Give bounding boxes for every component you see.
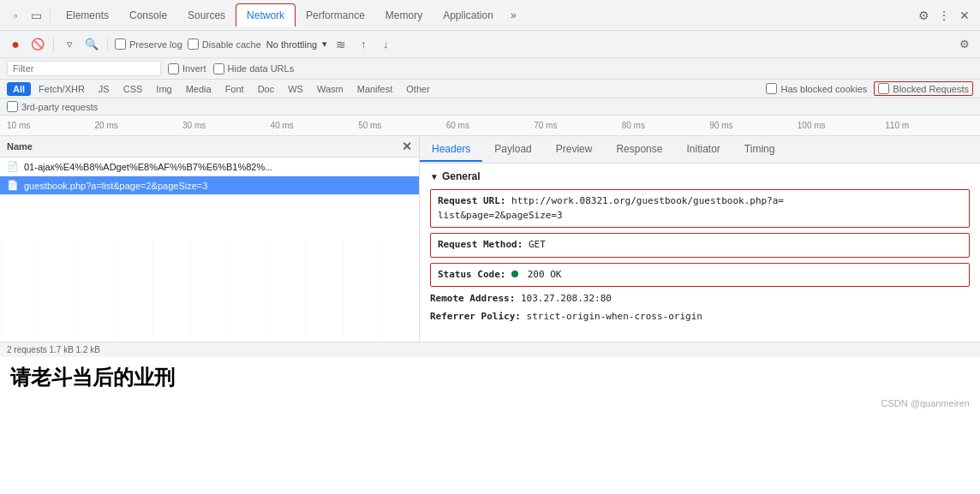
requests-list: 📄 01-ajax%E4%B8%ADget%E8%AF%%B7%E6%B1%82… [0,158,419,239]
tab-memory[interactable]: Memory [375,4,433,27]
filter-toggle[interactable]: ▿ [61,36,78,53]
close-panel-button[interactable]: ✕ [402,140,412,153]
invert-label[interactable]: Invert [168,63,206,74]
filter-type-css[interactable]: CSS [117,82,149,96]
tab-timing[interactable]: Timing [732,138,787,162]
clear-button[interactable]: 🚫 [29,36,46,53]
tab-application[interactable]: Application [433,4,504,27]
tab-console[interactable]: Console [119,4,177,27]
divider [50,9,51,22]
third-party-row: 3rd-party requests [0,98,980,116]
tab-payload[interactable]: Payload [482,138,543,162]
search-button[interactable]: 🔍 [83,36,100,53]
bottom-bar: 2 requests 1.7 kB 1.2 kB [0,342,980,357]
bottom-bar-text: 2 requests 1.7 kB 1.2 kB [7,345,100,354]
request-row-0[interactable]: 📄 01-ajax%E4%B8%ADget%E8%AF%%B7%E6%B1%82… [0,158,419,176]
status-dot [511,271,518,277]
csdn-watermark: CSDN @quanmeiren [0,398,980,408]
filter-type-media[interactable]: Media [180,82,218,96]
page-wrapper: ◦ ▭ Elements Console Sources Network Per… [0,0,980,408]
third-party-checkbox[interactable] [7,101,18,112]
tab-sources[interactable]: Sources [177,4,236,27]
filter-type-font[interactable]: Font [219,82,250,96]
filter-type-manifest[interactable]: Manifest [351,82,399,96]
referrer-policy-row: Referrer Policy: strict-origin-when-cros… [430,310,970,324]
has-blocked-cookies-checkbox[interactable] [766,83,777,94]
tab-initiator[interactable]: Initiator [674,138,732,162]
devtools-topbar: ◦ ▭ Elements Console Sources Network Per… [0,0,980,31]
timeline-ruler: 10 ms 20 ms 30 ms 40 ms 50 ms 60 ms 70 m… [0,116,980,136]
request-method-field: Request Method: GET [430,233,970,258]
preserve-log-label[interactable]: Preserve log [115,39,182,50]
has-blocked-cookies-label[interactable]: Has blocked cookies [766,83,867,94]
cursor-icon[interactable]: ◦ [7,7,24,24]
throttling-dropdown-icon[interactable]: ▾ [322,39,327,50]
record-button[interactable]: ● [7,36,24,53]
status-code-label: Status Code: [438,269,505,280]
blocked-requests-checkbox[interactable] [878,83,889,94]
more-options-icon[interactable]: ⋮ [935,7,953,24]
tab-network[interactable]: Network [236,3,296,27]
filter-type-other[interactable]: Other [400,82,436,96]
download-icon[interactable]: ↓ [377,36,394,53]
filter-type-doc[interactable]: Doc [252,82,281,96]
divider [107,38,108,51]
ruler-mark-7: 80 ms [622,121,710,130]
throttling-label: No throttling [266,39,317,50]
filter-type-img[interactable]: Img [150,82,177,96]
request-url-label: Request URL: [438,195,505,206]
filter-type-all[interactable]: All [7,82,31,96]
divider [53,38,54,51]
status-code-field: Status Code: 200 OK [430,263,970,288]
wifi-icon[interactable]: ≋ [332,36,350,53]
tab-elements[interactable]: Elements [56,4,119,27]
main-content: Name ✕ 📄 01-ajax%E4%B8%ADget%E8%AF%%B7%E… [0,136,980,342]
request-method-label: Request Method: [438,239,523,250]
general-section-title: General [430,170,970,182]
filter-type-fetch-xhr[interactable]: Fetch/XHR [33,82,91,96]
hide-data-urls-label[interactable]: Hide data URLs [213,63,295,74]
waterfall-area [0,239,419,342]
referrer-policy-value: strict-origin-when-cross-origin [527,311,702,322]
hide-data-urls-checkbox[interactable] [213,63,224,74]
filter-type-wasm[interactable]: Wasm [311,82,350,96]
upload-icon[interactable]: ↑ [355,36,372,53]
ruler-mark-9: 100 ms [798,121,886,130]
ruler-mark-8: 90 ms [709,121,798,130]
filter-input[interactable] [13,63,155,74]
network-settings-icon[interactable]: ⚙ [956,36,973,53]
preserve-log-checkbox[interactable] [115,39,126,50]
details-tabs: Headers Payload Preview Response Initiat… [420,136,980,164]
ruler-mark-3: 40 ms [271,121,359,130]
remote-address-value: 103.27.208.32:80 [521,293,612,304]
disable-cache-checkbox[interactable] [188,39,199,50]
device-icon[interactable]: ▭ [27,7,45,24]
ruler-mark-1: 20 ms [95,121,183,130]
filter-input-wrap [7,61,161,76]
remote-address-label: Remote Address: [430,293,515,304]
chinese-title: 请老斗当后的业刑 [0,357,980,398]
referrer-policy-label: Referrer Policy: [430,311,521,322]
tab-response[interactable]: Response [604,138,674,162]
filter-type-js[interactable]: JS [93,82,116,96]
close-icon[interactable]: ✕ [956,7,973,24]
request-name-1: guestbook.php?a=list&page=2&pageSize=3 [24,181,207,191]
requests-panel-header: Name ✕ [0,136,419,158]
invert-checkbox[interactable] [168,63,179,74]
request-row-1[interactable]: 📄 guestbook.php?a=list&page=2&pageSize=3 [0,176,419,195]
ruler-mark-5: 60 ms [446,121,535,130]
filter-type-ws[interactable]: WS [282,82,309,96]
tab-preview[interactable]: Preview [544,138,605,162]
request-icon-0: 📄 [7,161,19,172]
more-tabs-button[interactable]: » [504,6,523,25]
topbar-right: ⚙ ⋮ ✕ [915,7,973,24]
blocked-requests-label[interactable]: Blocked Requests [874,81,973,96]
filter-bar: Invert Hide data URLs [0,58,980,80]
requests-panel: Name ✕ 📄 01-ajax%E4%B8%ADget%E8%AF%%B7%E… [0,136,420,342]
tab-performance[interactable]: Performance [296,4,375,27]
disable-cache-label[interactable]: Disable cache [188,39,261,50]
third-party-label[interactable]: 3rd-party requests [7,101,98,112]
request-name-0: 01-ajax%E4%B8%ADget%E8%AF%%B7%E6%B1%82%.… [24,162,272,172]
settings-icon[interactable]: ⚙ [915,7,932,24]
tab-headers[interactable]: Headers [420,138,482,162]
